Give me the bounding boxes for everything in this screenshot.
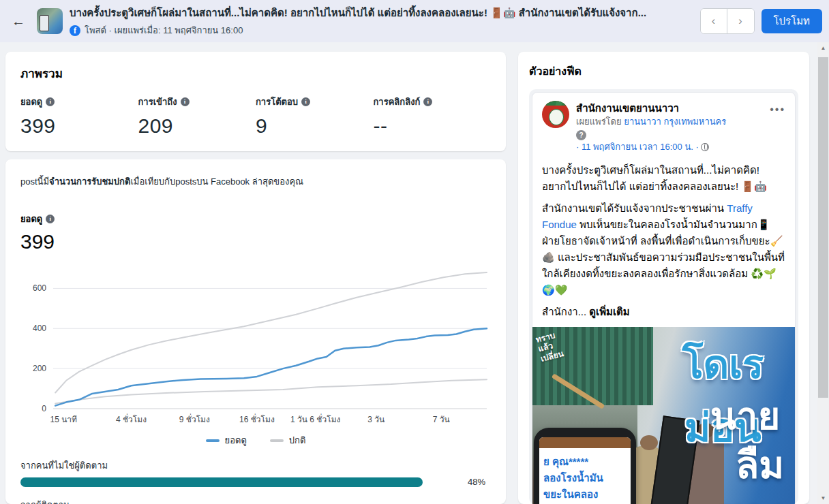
svg-text:0: 0: [42, 404, 46, 413]
see-more-link[interactable]: ดูเพิ่มเติม: [589, 306, 629, 317]
post-paragraph-2: สำนักงานเขตได้รับแจ้งจากประชาชนผ่าน Traf…: [542, 200, 785, 298]
phone-mockup: ย คุณ***** ลองโรงน้ำมัน ขยะในคลอง: [534, 428, 636, 504]
performance-description: postนี้มีจำนวนการรับชมปกติเมื่อเทียบกับp…: [20, 174, 491, 189]
stat-0: ยอดดูi399: [20, 95, 138, 138]
legend-label: ยอดดู: [225, 433, 247, 447]
legend-label: ปกติ: [289, 433, 306, 447]
svg-text:16 ชั่วโมง: 16 ชั่วโมง: [239, 413, 275, 424]
stats-row: ยอดดูi399การเข้าถึงi209การโต้ตอบi9การคลิ…: [20, 95, 491, 138]
svg-text:4 ชั่วโมง: 4 ชั่วโมง: [116, 413, 147, 424]
facebook-icon: f: [70, 25, 80, 36]
stat-label: ยอดดู: [20, 95, 42, 109]
post-paragraph-3: สำนักงา... ดูเพิ่มเติม: [542, 304, 785, 320]
views-metric-value: 399: [20, 230, 491, 253]
post-image[interactable]: ทราบแล้วเปลี่ยน โดเรม่อน นาย ลืม ของ ย ค…: [532, 327, 795, 504]
desc-part-3: เมื่อเทียบกับpostsบน Facebook ล่าสุดของค…: [130, 176, 303, 187]
desc-part-2: จำนวนการรับชมปกติ: [49, 176, 130, 187]
audience-bar-0: จากคนที่ไม่ใช่ผู้ติดตาม48%: [20, 458, 491, 487]
published-by-prefix: เผยแพร่โดย: [576, 116, 622, 127]
legend-swatch: [270, 439, 284, 442]
info-icon[interactable]: i: [301, 97, 310, 106]
stat-value: 9: [256, 114, 374, 138]
svg-text:400: 400: [33, 324, 46, 333]
post-card: สำนักงานเขตยานนาวา เผยแพร่โดย ยานนาวา กร…: [532, 92, 796, 504]
post-date-link[interactable]: · 11 พฤศจิกายน เวลา 16:00 น. ·: [576, 142, 699, 152]
header-title-block: บางครั้งประตูวิเศษก็โผล่มาในสถานที่...ไม…: [70, 5, 693, 37]
views-metric-label: ยอดดู i: [20, 212, 491, 226]
post-p3: ฝ่ายโยธาจัดเจ้าหน้าที่ ลงพื้นที่เพื่อดำเ…: [542, 235, 785, 296]
views-line-chart: 020040060015 นาที4 ชั่วโมง9 ชั่วโมง16 ชั…: [20, 263, 491, 426]
feed-preview-frame: สำนักงานเขตยานนาวา เผยแพร่โดย ยานนาวา กร…: [529, 89, 798, 504]
scroll-down-arrow[interactable]: ▼: [817, 492, 829, 504]
stat-label: การเข้าถึง: [138, 95, 177, 109]
svg-text:1 วัน 6 ชั่วโมง: 1 วัน 6 ชั่วโมง: [290, 413, 340, 424]
post-publish-info: โพสต์ · เผยแพร่เมื่อ: 11 พฤศจิกายน 16:00: [85, 23, 243, 37]
previous-post-button[interactable]: ‹: [701, 9, 727, 33]
info-icon[interactable]: i: [46, 97, 55, 106]
stat-label: การโต้ตอบ: [256, 95, 298, 109]
views-label: ยอดดู: [20, 212, 42, 226]
published-by-line: เผยแพร่โดย ยานนาวา กรุงเทพมหานคร: [576, 116, 726, 129]
overview-title: ภาพรวม: [20, 64, 491, 82]
post-truncated-text: สำนักงา...: [542, 306, 586, 317]
svg-text:200: 200: [33, 364, 46, 373]
post-text: บางครั้งประตูวิเศษก็โผล่มาในสถานที่...ไม…: [532, 157, 795, 327]
svg-text:9 ชั่วโมง: 9 ชั่วโมง: [179, 413, 210, 424]
svg-text:7 วัน: 7 วัน: [433, 415, 450, 424]
post-options-button[interactable]: •••: [770, 104, 785, 116]
scroll-up-arrow[interactable]: ▲: [817, 42, 829, 54]
post-thumbnail: [37, 8, 63, 34]
back-button[interactable]: ←: [7, 10, 30, 33]
post-card-header: สำนักงานเขตยานนาวา เผยแพร่โดย ยานนาวา กร…: [532, 93, 795, 157]
desc-part-1: postนี้มี: [20, 176, 49, 187]
stat-1: การเข้าถึงi209: [138, 95, 256, 138]
stat-value: --: [374, 114, 492, 138]
chart-legend: ยอดดูปกติ: [20, 433, 491, 447]
image-overlay-line4: ของ: [701, 482, 795, 504]
page-title: บางครั้งประตูวิเศษก็โผล่มาในสถานที่...ไม…: [70, 5, 693, 21]
published-by-link[interactable]: ยานนาวา กรุงเทพมหานคร: [624, 116, 726, 127]
post-pager: ‹ ›: [700, 8, 755, 34]
stat-value: 399: [20, 114, 138, 138]
feed-preview-panel: ตัวอย่างฟีด สำนักงานเขตยานนาวา เผยแพร่โด…: [518, 52, 809, 504]
stat-label: การคลิกลิงก์: [374, 95, 421, 109]
bar-label: จากผู้ติดตาม: [20, 498, 491, 504]
legend-item: ยอดดู: [206, 433, 247, 447]
stat-3: การคลิกลิงก์i--: [374, 95, 492, 138]
chart-canvas: 020040060015 นาที4 ชั่วโมง9 ชั่วโมง16 ชั…: [20, 263, 491, 426]
svg-text:600: 600: [33, 283, 46, 293]
top-bar: ← บางครั้งประตูวิเศษก็โผล่มาในสถานที่...…: [0, 0, 829, 42]
globe-privacy-icon: [701, 143, 709, 151]
post-paragraph-1: บางครั้งประตูวิเศษก็โผล่มาในสถานที่...ไม…: [542, 162, 785, 195]
phone-text-line: ลองโรงน้ำมัน: [543, 470, 627, 486]
legend-swatch: [206, 439, 220, 442]
audience-bar-1: จากผู้ติดตาม52%: [20, 498, 491, 504]
feed-preview-title: ตัวอย่างฟีด: [529, 63, 798, 80]
phone-text-line: ขยะในคลอง: [543, 486, 627, 503]
phone-screen: ย คุณ***** ลองโรงน้ำมัน ขยะในคลอง: [539, 437, 631, 504]
info-icon[interactable]: i: [46, 215, 55, 223]
post-p2-rest: พบเห็นขยะในคลองโรงน้ำมันจำนวนมาก📱: [579, 219, 770, 230]
post-date-line: · 11 พฤศจิกายน เวลา 16:00 น. ·: [576, 141, 726, 154]
scrollbar-thumb[interactable]: [818, 57, 828, 398]
vertical-scrollbar[interactable]: ▲ ▼: [817, 42, 829, 504]
bar-track: [20, 477, 462, 487]
page-avatar[interactable]: [542, 101, 569, 128]
bar-fill: [20, 477, 423, 487]
svg-text:3 วัน: 3 วัน: [367, 415, 385, 424]
question-badge-icon[interactable]: ?: [576, 130, 586, 140]
bar-value: 48%: [468, 477, 491, 487]
main-content: ภาพรวม ยอดดูi399การเข้าถึงi209การโต้ตอบi…: [0, 42, 817, 504]
legend-item: ปกติ: [270, 433, 306, 447]
stat-value: 209: [138, 114, 256, 138]
svg-text:15 นาที: 15 นาที: [50, 415, 77, 424]
page-name-link[interactable]: สำนักงานเขตยานนาวา: [576, 101, 726, 116]
stat-2: การโต้ตอบi9: [256, 95, 374, 138]
bar-label: จากคนที่ไม่ใช่ผู้ติดตาม: [20, 458, 491, 473]
info-icon[interactable]: i: [423, 97, 432, 106]
overview-panel: ภาพรวม ยอดดูi399การเข้าถึงi209การโต้ตอบi…: [5, 52, 506, 151]
promote-button[interactable]: โปรโมท: [762, 9, 822, 33]
next-post-button[interactable]: ›: [727, 9, 754, 33]
post-p2-prefix: สำนักงานเขตได้รับแจ้งจากประชาชนผ่าน: [542, 202, 724, 214]
info-icon[interactable]: i: [181, 97, 190, 106]
